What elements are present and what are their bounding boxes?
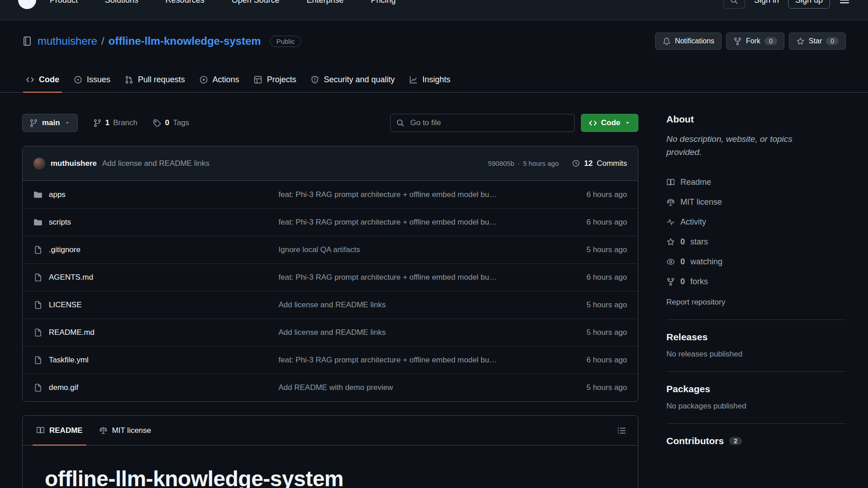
file-name-link[interactable]: demo.gif (49, 383, 78, 392)
tags-link[interactable]: 0 Tags (153, 118, 189, 127)
commits-label: Commits (597, 159, 627, 168)
nav-item-resources[interactable]: Resources (165, 0, 204, 5)
avatar[interactable] (33, 158, 45, 169)
sidebar-link-stars[interactable]: 0 stars (666, 232, 846, 252)
tab-readme[interactable]: README (28, 416, 91, 445)
sidebar-link-forks[interactable]: 0 forks (666, 272, 846, 291)
file-name-link[interactable]: scripts (49, 218, 71, 227)
tags-count: 0 (165, 118, 169, 127)
packages-title[interactable]: Packages (666, 384, 846, 394)
tab-security-and-quality[interactable]: Security and quality (303, 67, 402, 92)
packages-empty: No packages published (666, 402, 846, 411)
tab-pull-requests[interactable]: Pull requests (118, 67, 192, 92)
star-button[interactable]: Star 0 (789, 33, 846, 50)
file-icon (33, 273, 42, 282)
file-commit-message-link[interactable]: Add license and README links (278, 300, 532, 310)
commit-message-link[interactable]: Add license and README links (102, 159, 209, 168)
report-repository-link[interactable]: Report repository (666, 298, 725, 307)
file-commit-message-link[interactable]: feat: Phi-3 RAG prompt architecture + of… (278, 356, 532, 365)
sign-up-button[interactable]: Sign up (788, 0, 830, 9)
code-button-label: Code (601, 118, 621, 127)
readme-tabs: README MIT license (23, 416, 638, 446)
eye-icon (666, 258, 675, 266)
file-commit-time: 6 hours ago (532, 273, 627, 282)
file-commit-message-link[interactable]: Ignore local QA artifacts (278, 245, 532, 254)
search-icon (730, 0, 738, 5)
file-name-link[interactable]: apps (49, 190, 66, 199)
file-commit-time: 5 hours ago (532, 245, 627, 254)
file-name-link[interactable]: .gitignore (49, 245, 80, 254)
fork-label: Fork (746, 37, 760, 45)
book-icon (36, 426, 45, 435)
file-commit-message-link[interactable]: Add README with demo preview (278, 383, 532, 392)
go-to-file-input[interactable] (390, 114, 575, 132)
list-item: 0 watching (666, 252, 846, 272)
contributors-label: Contributors (666, 436, 724, 446)
tag-icon (153, 119, 161, 127)
branches-link[interactable]: 1 Branch (93, 118, 137, 127)
tab-actions[interactable]: Actions (192, 67, 246, 92)
tab-code[interactable]: Code (19, 67, 66, 92)
file-icon (33, 356, 42, 365)
sidebar-link-watching[interactable]: 0 watching (666, 252, 846, 272)
tab-projects[interactable]: Projects (246, 67, 303, 92)
file-commit-message-link[interactable]: Add license and README links (278, 328, 532, 337)
releases-title[interactable]: Releases (666, 332, 846, 343)
contributors-title[interactable]: Contributors 2 (666, 436, 846, 446)
nav-item-enterprise[interactable]: Enterprise (307, 0, 344, 5)
commit-sha-link[interactable]: 590805b (488, 160, 514, 167)
commit-meta-separator: · (518, 160, 520, 167)
nav-search-button[interactable] (723, 0, 745, 9)
nav-item-pricing[interactable]: Pricing (371, 0, 396, 5)
nav-item-open-source[interactable]: Open Source (231, 0, 279, 5)
tab-issues[interactable]: Issues (66, 67, 118, 92)
repo-name-link[interactable]: offline-llm-knowledge-system (108, 35, 261, 47)
branch-selector[interactable]: main (22, 114, 78, 132)
sidebar-link-mit-license[interactable]: MIT license (666, 192, 846, 212)
table-row: README.md Add license and README links 5… (23, 319, 638, 346)
code-button[interactable]: Code (581, 114, 639, 132)
star-icon (796, 37, 805, 46)
file-name-link[interactable]: LICENSE (49, 300, 82, 310)
file-commit-message-link[interactable]: feat: Phi-3 RAG prompt architecture + of… (278, 190, 532, 199)
notifications-button[interactable]: Notifications (655, 33, 722, 50)
file-icon (33, 245, 42, 254)
nav-item-product[interactable]: Product (50, 0, 78, 5)
sidebar-link-readme[interactable]: Readme (666, 172, 846, 192)
file-commit-message-link[interactable]: feat: Phi-3 RAG prompt architecture + of… (278, 273, 532, 282)
tab-mit-license[interactable]: MIT license (91, 416, 160, 445)
github-logo-icon[interactable] (18, 0, 36, 9)
fork-icon (733, 37, 742, 46)
tab-insights[interactable]: Insights (402, 67, 458, 92)
fork-button[interactable]: Fork 0 (726, 33, 784, 50)
table-row: .gitignore Ignore local QA artifacts 5 h… (23, 236, 638, 263)
sign-in-link[interactable]: Sign in (754, 0, 779, 5)
shield-icon (311, 75, 319, 84)
nav-item-solutions[interactable]: Solutions (105, 0, 138, 5)
commit-history-link[interactable]: 12 Commits (571, 159, 627, 168)
law-icon (99, 426, 108, 435)
commit-author-link[interactable]: muthuishere (51, 159, 97, 168)
file-name-link[interactable]: AGENTS.md (49, 273, 93, 282)
readme-tab-label: README (49, 426, 83, 435)
outline-menu-icon[interactable] (617, 426, 626, 435)
fork-icon (666, 277, 675, 286)
list-item: Readme (666, 172, 846, 192)
about-section: About No description, website, or topics… (666, 114, 846, 307)
file-commit-message-link[interactable]: feat: Phi-3 RAG prompt architecture + of… (278, 218, 532, 227)
packages-section: Packages No packages published (666, 371, 846, 411)
list-item: 0 stars (666, 232, 846, 252)
contributors-section: Contributors 2 (666, 423, 846, 446)
about-links: Readme MIT license Activity 0 stars 0 wa… (666, 172, 846, 291)
file-name-link[interactable]: Taskfile.yml (49, 356, 89, 365)
folder-icon (33, 218, 42, 227)
sidebar-link-activity[interactable]: Activity (666, 212, 846, 232)
menu-icon[interactable] (839, 0, 850, 5)
file-name-link[interactable]: README.md (49, 328, 94, 337)
chevron-down-icon (624, 120, 631, 126)
table-row: demo.gif Add README with demo preview 5 … (23, 374, 638, 401)
file-list: apps feat: Phi-3 RAG prompt architecture… (23, 181, 638, 401)
repo-owner-link[interactable]: muthuishere (38, 35, 97, 47)
about-description: No description, website, or topics provi… (666, 133, 829, 159)
repo-tabs: Code Issues Pull requests Actions Projec… (0, 67, 868, 93)
